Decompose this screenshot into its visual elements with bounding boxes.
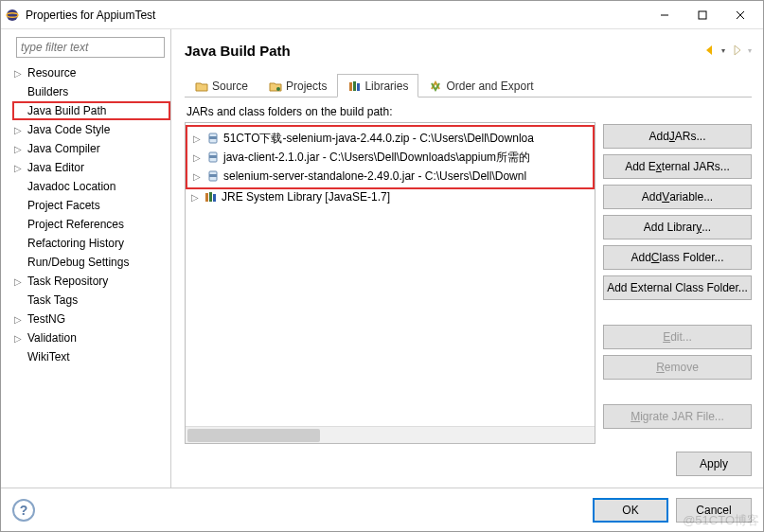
sidebar-item-java-compiler[interactable]: ▷Java Compiler — [12, 139, 170, 158]
dialog-footer: ? OK Cancel — [1, 488, 763, 531]
svg-rect-9 — [357, 83, 360, 91]
svg-rect-15 — [209, 174, 217, 177]
sidebar-item-label: Java Compiler — [26, 142, 100, 155]
sidebar-item-wikitext[interactable]: WikiText — [12, 347, 170, 366]
chevron-right-icon[interactable]: ▷ — [14, 144, 26, 154]
jar-row[interactable]: ▷selenium-server-standalone-2.49.0.jar -… — [189, 167, 591, 186]
dropdown-icon[interactable]: ▾ — [721, 46, 725, 55]
dropdown-icon[interactable]: ▾ — [748, 46, 752, 55]
sidebar-item-label: Run/Debug Settings — [26, 256, 129, 269]
tab-label: Libraries — [364, 80, 408, 93]
sidebar-item-java-code-style[interactable]: ▷Java Code Style — [12, 120, 170, 139]
chevron-right-icon[interactable]: ▷ — [193, 133, 203, 144]
source-folder-icon — [195, 80, 208, 93]
svg-rect-7 — [349, 82, 352, 91]
ok-button[interactable]: OK — [593, 498, 668, 523]
add-library-button[interactable]: Add Library... — [603, 215, 752, 239]
tab-label: Source — [212, 80, 248, 93]
jar-list[interactable]: ▷51CTO下载-selenium-java-2.44.0.zip - C:\U… — [185, 122, 595, 444]
main-panel: Java Build Path ▾ ▾ SourceProjectsLibrar… — [171, 29, 763, 488]
sidebar-item-label: TestNG — [26, 312, 65, 326]
svg-rect-8 — [353, 81, 356, 91]
sidebar-item-javadoc-location[interactable]: Javadoc Location — [12, 177, 170, 196]
tab-libraries[interactable]: Libraries — [337, 74, 418, 98]
jar-row[interactable]: ▷51CTO下载-selenium-java-2.44.0.zip - C:\U… — [189, 129, 591, 148]
sidebar-item-label: Java Editor — [26, 161, 84, 174]
scrollbar-thumb[interactable] — [187, 429, 320, 442]
chevron-right-icon[interactable]: ▷ — [193, 152, 203, 163]
sidebar-item-label: Task Tags — [26, 293, 78, 307]
jar-label: selenium-server-standalone-2.49.0.jar - … — [223, 169, 526, 183]
sidebar-item-java-build-path[interactable]: Java Build Path — [12, 101, 170, 120]
tab-source[interactable]: Source — [185, 74, 258, 98]
tab-order-and-export[interactable]: Order and Export — [418, 74, 543, 98]
sidebar-item-label: Java Build Path — [26, 104, 106, 117]
sidebar-item-validation[interactable]: ▷Validation — [12, 328, 170, 347]
remove-button: Remove — [603, 355, 752, 380]
title-bar: Properties for AppiumTest — [1, 1, 763, 29]
sidebar-item-label: Project Facets — [26, 199, 100, 212]
add-external-class-folder-button[interactable]: Add External Class Folder... — [603, 275, 752, 300]
sidebar-item-project-references[interactable]: Project References — [12, 215, 170, 234]
svg-rect-17 — [209, 192, 212, 202]
edit-button: Edit... — [603, 325, 752, 349]
eclipse-icon — [5, 8, 20, 23]
sidebar-item-task-repository[interactable]: ▷Task Repository — [12, 272, 170, 291]
svg-rect-3 — [699, 11, 706, 19]
tab-projects[interactable]: Projects — [258, 74, 337, 98]
jar-label: 51CTO下载-selenium-java-2.44.0.zip - C:\Us… — [223, 131, 534, 147]
chevron-right-icon[interactable]: ▷ — [14, 276, 26, 287]
tab-label: Order and Export — [446, 80, 533, 93]
add-class-folder-button[interactable]: Add Class Folder... — [603, 245, 752, 270]
sidebar-item-run-debug-settings[interactable]: Run/Debug Settings — [12, 253, 170, 272]
window-title: Properties for AppiumTest — [26, 9, 646, 22]
back-icon[interactable] — [702, 43, 718, 58]
sidebar-item-project-facets[interactable]: Project Facets — [12, 196, 170, 215]
forward-icon[interactable] — [729, 43, 744, 58]
help-icon[interactable]: ? — [12, 499, 35, 522]
system-library-row[interactable]: ▷ JRE System Library [JavaSE-1.7] — [187, 187, 593, 206]
sidebar-item-label: Project References — [26, 218, 124, 231]
filter-input[interactable] — [16, 37, 165, 58]
category-tree[interactable]: ▷ResourceBuildersJava Build Path▷Java Co… — [5, 63, 170, 366]
tab-label: Projects — [286, 80, 327, 93]
add-external-jars-button[interactable]: Add External JARs... — [603, 154, 752, 179]
jar-row[interactable]: ▷java-client-2.1.0.jar - C:\Users\Dell\D… — [189, 148, 591, 167]
chevron-right-icon[interactable]: ▷ — [14, 125, 26, 135]
cancel-button[interactable]: Cancel — [676, 498, 752, 523]
sidebar-item-label: Validation — [26, 331, 77, 345]
chevron-right-icon[interactable]: ▷ — [14, 333, 26, 344]
svg-point-0 — [7, 9, 18, 21]
sidebar-item-java-editor[interactable]: ▷Java Editor — [12, 158, 170, 177]
jar-icon — [206, 132, 220, 145]
sidebar-item-builders[interactable]: Builders — [12, 82, 170, 101]
jar-icon — [206, 151, 220, 164]
library-icon — [204, 190, 218, 204]
minimize-button[interactable] — [646, 2, 684, 28]
order-export-icon — [429, 80, 442, 93]
chevron-right-icon[interactable]: ▷ — [191, 192, 201, 203]
horizontal-scrollbar[interactable] — [186, 426, 595, 443]
sidebar-item-resource[interactable]: ▷Resource — [12, 63, 170, 82]
sidebar-item-testng[interactable]: ▷TestNG — [12, 310, 170, 328]
add-jars-button[interactable]: Add JARs... — [603, 124, 752, 149]
sidebar-item-label: Builders — [26, 85, 68, 98]
svg-rect-13 — [209, 155, 217, 158]
sidebar-item-label: Java Code Style — [26, 123, 110, 136]
maximize-button[interactable] — [684, 2, 721, 28]
list-subtitle: JARs and class folders on the build path… — [187, 105, 752, 118]
sidebar-item-refactoring-history[interactable]: Refactoring History — [12, 234, 170, 253]
svg-rect-16 — [205, 193, 208, 202]
jar-icon — [206, 169, 220, 183]
chevron-right-icon[interactable]: ▷ — [193, 171, 203, 182]
close-button[interactable] — [721, 2, 759, 28]
chevron-right-icon[interactable]: ▷ — [14, 163, 26, 173]
add-variable-button[interactable]: Add Variable... — [603, 185, 752, 209]
svg-rect-18 — [213, 194, 216, 202]
sidebar-item-task-tags[interactable]: Task Tags — [12, 291, 170, 310]
apply-button[interactable]: Apply — [676, 452, 752, 476]
chevron-right-icon[interactable]: ▷ — [14, 314, 26, 325]
sidebar-item-label: Resource — [26, 66, 76, 80]
chevron-right-icon[interactable]: ▷ — [14, 68, 26, 79]
sidebar-item-label: Task Repository — [26, 275, 108, 288]
